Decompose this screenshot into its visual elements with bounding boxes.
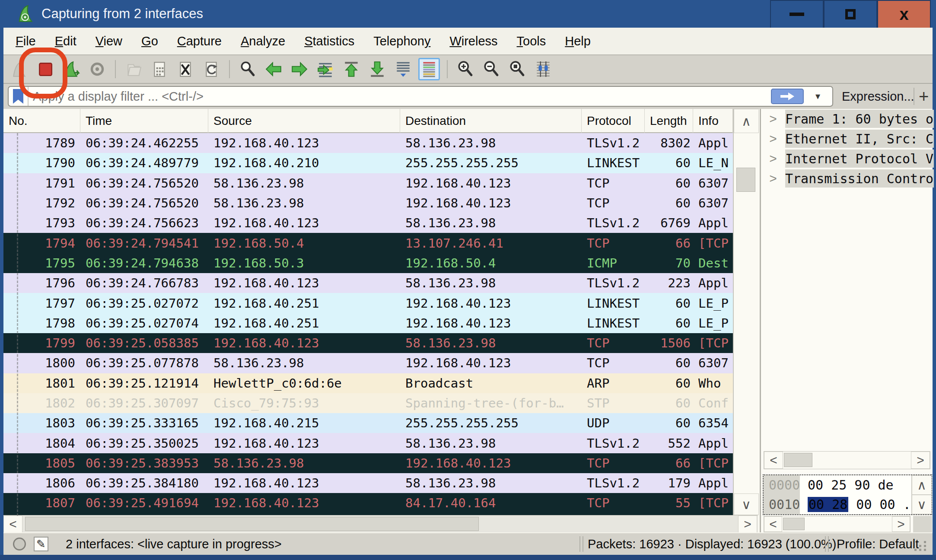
scroll-down-icon[interactable]: ∨ [734, 493, 759, 515]
chevron-right-icon[interactable]: > [761, 171, 785, 186]
packet-row[interactable]: 179306:39:24.756623192.168.40.12358.136.… [3, 213, 733, 233]
packet-list-horizontal-scrollbar[interactable]: < > [3, 515, 758, 532]
scroll-left-icon[interactable]: < [3, 515, 22, 533]
packet-row[interactable]: 180606:39:25.384180192.168.40.12358.136.… [3, 473, 733, 493]
display-filter-field[interactable]: ▾ [8, 86, 833, 107]
stop-capture-icon[interactable] [35, 58, 56, 80]
resize-grip[interactable] [914, 541, 926, 551]
detail-tree-item[interactable]: >Frame 1: 60 bytes o [761, 109, 934, 129]
detail-tree-item[interactable]: >Internet Protocol V [761, 149, 934, 169]
packet-row[interactable]: 180006:39:25.07787858.136.23.98192.168.4… [3, 353, 733, 373]
column-header-time[interactable]: Time [80, 109, 208, 133]
packet-row[interactable]: 179106:39:24.75652058.136.23.98192.168.4… [3, 173, 733, 193]
column-header-no[interactable]: No. [3, 109, 80, 133]
packet-row[interactable]: 179206:39:24.75652058.136.23.98192.168.4… [3, 193, 733, 213]
scroll-right-icon[interactable]: > [892, 516, 910, 532]
column-header-info[interactable]: Info [693, 109, 733, 133]
zoom-out-icon[interactable] [481, 58, 502, 80]
packet-row[interactable]: 180706:39:25.491694192.168.40.12384.17.4… [3, 493, 733, 513]
packet-row[interactable]: 180106:39:25.121914HewlettP_c0:6d:6eBroa… [3, 373, 733, 393]
packet-row[interactable]: 178906:39:24.462255192.168.40.12358.136.… [3, 133, 733, 153]
filter-dropdown-caret[interactable]: ▾ [815, 91, 820, 102]
packet-row[interactable]: 179506:39:24.794638192.168.50.3192.168.5… [3, 253, 733, 273]
packet-row[interactable]: 180206:39:25.307097Cisco_79:75:93Spannin… [3, 393, 733, 413]
packet-list-vertical-scrollbar[interactable]: ∧ ∨ [733, 109, 758, 515]
restart-capture-icon[interactable] [60, 58, 82, 80]
column-header-destination[interactable]: Destination [400, 109, 582, 133]
close-button[interactable]: x [877, 0, 931, 29]
horizontal-scrollbar-thumb[interactable] [25, 517, 479, 531]
chevron-right-icon[interactable]: > [761, 111, 785, 126]
add-filter-button[interactable]: + [919, 87, 929, 106]
zoom-original-icon[interactable] [506, 58, 528, 80]
detail-tree-item[interactable]: >Transmission Contro [761, 169, 934, 188]
scroll-up-icon[interactable]: ∧ [734, 109, 759, 133]
menu-item-edit[interactable]: Edit [55, 34, 76, 48]
column-header-length[interactable]: Length [645, 109, 693, 133]
column-header-protocol[interactable]: Protocol [582, 109, 645, 133]
close-file-icon[interactable] [175, 58, 196, 80]
go-to-packet-icon[interactable] [315, 58, 336, 80]
packet-row[interactable]: 179006:39:24.489779192.168.40.210255.255… [3, 153, 733, 173]
resize-columns-icon[interactable] [532, 58, 554, 80]
detail-tree-item[interactable]: >Ethernet II, Src: C [761, 129, 934, 149]
scroll-right-icon[interactable]: > [911, 452, 930, 469]
open-file-icon[interactable] [123, 58, 144, 80]
packet-row[interactable]: 180506:39:25.38395358.136.23.98192.168.4… [3, 453, 733, 473]
capture-options-icon[interactable] [86, 58, 108, 80]
packet-row[interactable]: 180306:39:25.333165192.168.40.215255.255… [3, 413, 733, 433]
go-top-icon[interactable] [341, 58, 362, 80]
go-forward-icon[interactable] [289, 58, 310, 80]
hex-scroll-down-icon[interactable]: ∨ [912, 495, 932, 514]
packet-row[interactable]: 179706:39:25.027072192.168.40.251192.168… [3, 293, 733, 313]
minimize-button[interactable] [770, 0, 824, 29]
menu-item-view[interactable]: View [96, 34, 122, 48]
profile-text[interactable]: Profile: Default [837, 537, 919, 551]
bookmark-icon[interactable] [13, 89, 23, 104]
go-bottom-icon[interactable] [366, 58, 388, 80]
scroll-right-icon[interactable]: > [738, 515, 757, 533]
capture-comment-icon[interactable]: ✎ [34, 537, 48, 551]
menu-item-file[interactable]: File [16, 34, 36, 48]
reload-file-icon[interactable] [201, 58, 222, 80]
start-capture-icon[interactable] [9, 58, 30, 80]
hex-scroll-up-icon[interactable]: ∧ [912, 475, 932, 495]
menu-item-go[interactable]: Go [141, 34, 158, 48]
hex-horizontal-scrollbar[interactable]: < > [764, 516, 911, 532]
menu-item-help[interactable]: Help [565, 34, 591, 48]
expression-button[interactable]: Expression... [842, 89, 914, 104]
scroll-left-icon[interactable]: < [764, 516, 782, 532]
menu-item-wireless[interactable]: Wireless [449, 34, 497, 48]
find-packet-icon[interactable] [237, 58, 258, 80]
packet-row[interactable]: 179606:39:24.766783192.168.40.12358.136.… [3, 273, 733, 293]
hex-scrollbar-thumb[interactable] [783, 518, 805, 530]
packet-row[interactable]: 179906:39:25.058385192.168.40.12358.136.… [3, 333, 733, 353]
maximize-button[interactable] [824, 0, 877, 29]
menu-item-tools[interactable]: Tools [517, 34, 546, 48]
details-scrollbar-thumb[interactable] [784, 453, 812, 467]
scroll-left-icon[interactable]: < [764, 452, 783, 469]
details-horizontal-scrollbar[interactable]: < > [764, 451, 930, 469]
auto-scroll-icon[interactable] [392, 58, 414, 80]
hex-row[interactable]: 000000 25 90 de [764, 475, 931, 495]
packet-row[interactable]: 180406:39:25.350025192.168.40.12358.136.… [3, 433, 733, 453]
menu-item-statistics[interactable]: Statistics [304, 34, 354, 48]
go-back-icon[interactable] [263, 58, 284, 80]
vertical-scrollbar-thumb[interactable] [736, 168, 755, 192]
chevron-right-icon[interactable]: > [761, 131, 785, 146]
apply-filter-button[interactable] [771, 89, 804, 104]
menu-item-telephony[interactable]: Telephony [373, 34, 430, 48]
menu-item-analyze[interactable]: Analyze [241, 34, 285, 48]
packet-list-header[interactable]: No.TimeSourceDestinationProtocolLengthIn… [3, 109, 733, 133]
hex-row[interactable]: 001000 28 00 00 . [764, 495, 931, 514]
save-file-icon[interactable] [149, 58, 170, 80]
zoom-in-icon[interactable] [455, 58, 476, 80]
chevron-right-icon[interactable]: > [761, 151, 785, 166]
menu-item-capture[interactable]: Capture [177, 34, 222, 48]
packet-row[interactable]: 179806:39:25.027074192.168.40.251192.168… [3, 313, 733, 333]
display-filter-input[interactable] [29, 89, 832, 104]
column-header-source[interactable]: Source [208, 109, 400, 133]
expert-info-icon[interactable] [13, 538, 26, 550]
colorize-packets-icon[interactable] [418, 58, 440, 80]
packet-row[interactable]: 179406:39:24.794541192.168.50.413.107.24… [3, 233, 733, 253]
